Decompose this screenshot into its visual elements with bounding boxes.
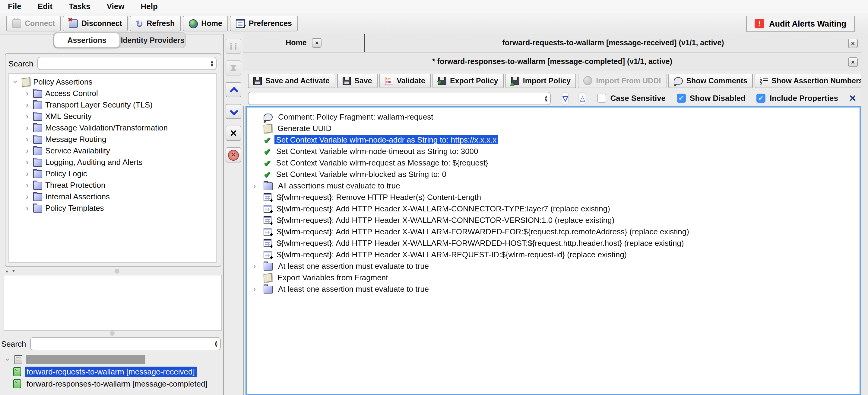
chevron-expanded-icon[interactable]	[3, 356, 12, 362]
connect-button[interactable]: Connect	[6, 16, 61, 31]
assertion-row[interactable]: ${wlrm-request}: Add HTTP Header X-WALLA…	[247, 226, 860, 237]
tab-close-button[interactable]	[848, 57, 858, 67]
palette-splitter[interactable]: ▲ ▼	[4, 268, 222, 274]
tab-close-button[interactable]	[848, 39, 858, 48]
assertion-row[interactable]: ${wlrm-request}: Add HTTP Header X-WALLA…	[247, 249, 860, 260]
menu-item[interactable]: Edit	[38, 2, 53, 11]
assertion-row[interactable]: All assertions must evaluate to true	[247, 180, 860, 192]
stepper-icon[interactable]	[211, 60, 214, 66]
chevron-right-icon[interactable]	[24, 192, 30, 201]
assertion-row[interactable]: Set Context Variable wlrm-blocked as Str…	[247, 169, 860, 180]
gateway-node-row[interactable]	[0, 353, 223, 365]
stepper-icon[interactable]	[215, 341, 218, 347]
home-button[interactable]: Home	[183, 16, 228, 31]
services-search-input[interactable]	[34, 339, 214, 349]
tree-row[interactable]: Logging, Auditing and Alerts	[9, 157, 216, 168]
assertion-row[interactable]: Comment: Policy Fragment: wallarm-reques…	[247, 111, 860, 122]
chevron-right-icon[interactable]	[24, 135, 30, 144]
chevron-right-icon[interactable]	[24, 100, 30, 109]
save-and-activate-button[interactable]: Save and Activate	[248, 74, 335, 88]
assertion-row[interactable]: ${wlrm-request}: Add HTTP Header X-WALLA…	[247, 237, 860, 249]
filter-mode-button[interactable]	[579, 92, 586, 104]
tree-row[interactable]: XML Security	[9, 111, 216, 122]
tab-close-button[interactable]	[312, 38, 322, 48]
sort-assertions-button[interactable]	[226, 60, 241, 76]
export-policy-button[interactable]: Export Policy	[433, 74, 504, 88]
chevron-right-icon[interactable]	[24, 123, 30, 132]
move-assertion-up-button[interactable]	[226, 82, 241, 97]
assertion-row[interactable]: ${wlrm-request}: Remove HTTP Header(s) C…	[247, 192, 860, 203]
tree-row[interactable]: Message Routing	[9, 134, 216, 145]
preferences-button[interactable]: Preferences	[230, 16, 298, 31]
splitter-handle[interactable]	[110, 331, 115, 336]
include-properties-checkbox[interactable]	[756, 94, 766, 103]
tab-home[interactable]: Home	[243, 34, 365, 52]
chevron-right-icon[interactable]	[24, 158, 30, 167]
services-search-combo[interactable]	[30, 337, 221, 350]
show-assertion-numbers-button[interactable]: Show Assertion Numbers	[754, 74, 868, 88]
palette-tab[interactable]: Identity Providers	[120, 33, 185, 48]
scrollbar-gutter[interactable]	[861, 34, 868, 395]
show-disabled-option[interactable]: Show Disabled	[677, 94, 746, 103]
collapse-up-icon[interactable]: ▲	[5, 268, 9, 274]
disable-assertion-button[interactable]	[226, 147, 241, 163]
collapse-down-icon[interactable]: ▼	[11, 268, 16, 274]
save-button[interactable]: Save	[337, 74, 377, 88]
case-sensitive-checkbox[interactable]	[597, 94, 606, 103]
stepper-icon[interactable]	[545, 95, 548, 101]
menu-item[interactable]: View	[107, 2, 125, 11]
assertion-row[interactable]: Set Context Variable wlrm-node-timeout a…	[247, 146, 860, 157]
show-comments-button[interactable]: Show Comments	[668, 74, 753, 88]
menu-item[interactable]: File	[8, 2, 22, 11]
tree-row[interactable]: Policy Templates	[9, 202, 216, 214]
redacted-gateway-name[interactable]	[26, 355, 145, 364]
tree-row[interactable]: Access Control	[9, 88, 216, 99]
move-assertion-down-button[interactable]	[226, 104, 241, 119]
chevron-right-icon[interactable]	[24, 146, 30, 155]
delete-assertion-button[interactable]	[226, 125, 241, 141]
show-disabled-checkbox[interactable]	[677, 94, 685, 103]
tree-row[interactable]: Internal Assertions	[9, 191, 216, 202]
palette-tab[interactable]: Assertions	[54, 33, 120, 48]
chevron-right-icon[interactable]	[24, 112, 30, 121]
assertion-row[interactable]: Export Variables from Fragment	[247, 272, 860, 283]
chevron-expanded-icon[interactable]	[11, 79, 20, 85]
assertion-row[interactable]: Set Context Variable wlrm-request as Mes…	[247, 157, 860, 169]
palette-search-combo[interactable]	[37, 57, 217, 70]
chevron-right-icon[interactable]	[24, 180, 30, 190]
tree-row[interactable]: Threat Protection	[9, 179, 216, 191]
import-from-uddi-button[interactable]: Import From UDDI	[578, 74, 666, 88]
tree-row[interactable]: Policy Logic	[9, 168, 216, 179]
policy-search-combo[interactable]	[248, 91, 551, 105]
refresh-button[interactable]: Refresh	[130, 16, 181, 31]
services-splitter[interactable]	[4, 330, 221, 336]
policy-search-input[interactable]	[252, 93, 545, 103]
add-assertion-button[interactable]	[226, 39, 241, 54]
service-policy-row[interactable]: forward-responses-to-wallarm [message-co…	[0, 377, 223, 390]
close-search-button[interactable]	[849, 92, 857, 104]
menu-item[interactable]: Tasks	[69, 2, 91, 11]
chevron-right-icon[interactable]	[24, 89, 30, 98]
service-policy-row[interactable]: forward-requests-to-wallarm [message-rec…	[0, 365, 223, 377]
audit-alerts-button[interactable]: Audit Alerts Waiting	[746, 16, 855, 32]
tree-root-row[interactable]: Policy Assertions	[9, 76, 216, 88]
palette-search-input[interactable]	[42, 58, 210, 68]
assertion-row[interactable]: ${wlrm-request}: Add HTTP Header X-WALLA…	[247, 203, 860, 215]
tab-forward-requests[interactable]: forward-requests-to-wallarm [message-rec…	[365, 34, 861, 52]
disconnect-button[interactable]: Disconnect	[63, 16, 128, 31]
chevron-right-icon[interactable]	[251, 261, 257, 271]
chevron-right-icon[interactable]	[251, 284, 257, 293]
assertion-row[interactable]: At least one assertion must evaluate to …	[247, 283, 860, 295]
splitter-handle[interactable]	[115, 269, 119, 274]
assertion-row[interactable]: At least one assertion must evaluate to …	[247, 260, 860, 272]
import-policy-button[interactable]: Import Policy	[505, 74, 576, 88]
tree-row[interactable]: Transport Layer Security (TLS)	[9, 99, 216, 111]
include-properties-option[interactable]: Include Properties	[756, 94, 838, 103]
tab-forward-responses[interactable]: * forward-responses-to-wallarm [message-…	[243, 53, 861, 70]
assertion-row[interactable]: Set Context Variable wlrm-node-addr as S…	[247, 134, 860, 146]
chevron-right-icon[interactable]	[24, 203, 30, 213]
case-sensitive-option[interactable]: Case Sensitive	[597, 94, 666, 103]
assertion-row[interactable]: ${wlrm-request}: Add HTTP Header X-WALLA…	[247, 215, 860, 226]
tree-row[interactable]: Service Availability	[9, 145, 216, 157]
filter-button[interactable]	[562, 92, 569, 104]
